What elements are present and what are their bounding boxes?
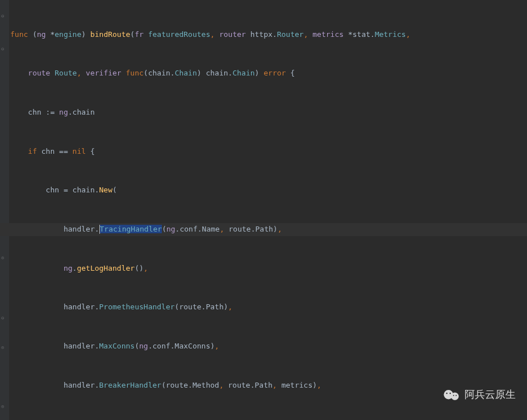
token: BreakerHandler: [99, 381, 162, 389]
token: Metrics: [375, 30, 406, 39]
token: (route.Method: [161, 381, 219, 389]
token: handler.: [10, 225, 99, 233]
svg-point-2: [446, 393, 447, 394]
token: ng: [166, 225, 175, 233]
token: chn ==: [37, 147, 73, 156]
token: handler.: [10, 381, 99, 389]
token: ng: [59, 108, 68, 116]
code-line[interactable]: if chn == nil {: [0, 145, 527, 158]
token: func: [10, 30, 28, 39]
watermark: 阿兵云原生: [443, 386, 516, 404]
token: func: [126, 69, 144, 77]
token: MaxConns: [99, 342, 135, 350]
token: ,: [278, 225, 282, 233]
token: bindRoute: [90, 30, 130, 39]
token: (: [162, 225, 166, 233]
token: [10, 147, 28, 156]
token: ng: [139, 342, 148, 350]
token: [10, 264, 64, 272]
token: (route.Path): [175, 303, 228, 311]
token: ng: [64, 264, 73, 272]
code-line[interactable]: func (ng *engine) bindRoute(fr featuredR…: [0, 28, 527, 41]
token: {: [286, 69, 295, 77]
token: route.Path): [229, 225, 278, 233]
token: if: [28, 147, 37, 156]
token: ,: [406, 30, 411, 39]
token: featuredRoutes: [148, 30, 211, 39]
token: [144, 30, 148, 39]
code-line[interactable]: handler.PrometheusHandler(route.Path),: [0, 301, 527, 314]
token: (): [135, 264, 144, 272]
token: ,: [273, 381, 282, 389]
token: ): [81, 30, 90, 39]
token: (chain.: [144, 69, 175, 77]
token: ) chain.: [197, 69, 233, 77]
code-line[interactable]: ng.getLogHandler(),: [0, 262, 527, 275]
svg-point-3: [450, 393, 451, 394]
token: ,: [77, 69, 86, 77]
token: (: [28, 30, 37, 39]
token: ): [255, 69, 264, 77]
code-line-current[interactable]: handler.TracingHandler(ng.conf.Name, rou…: [0, 223, 527, 236]
token: handler.: [10, 303, 99, 311]
token: metrics): [281, 381, 317, 389]
token: nil: [73, 147, 86, 156]
wechat-icon: [443, 389, 460, 401]
token: .conf.MaxConns): [148, 342, 215, 350]
code-line[interactable]: chn = chain.New(: [0, 184, 527, 197]
token: .chain: [68, 108, 95, 116]
token: engine: [55, 30, 81, 39]
token: httpx.: [246, 30, 277, 39]
token: route.Path: [228, 381, 273, 389]
code-line[interactable]: handler.MaxConns(ng.conf.MaxConns),: [0, 340, 527, 353]
svg-point-4: [453, 395, 454, 396]
token: ,: [228, 303, 233, 311]
token: chn :=: [10, 108, 59, 116]
token: New: [99, 186, 112, 194]
token: router: [219, 30, 246, 39]
token: chn = chain.: [10, 186, 99, 194]
token: .conf.Name: [175, 225, 220, 233]
token: [122, 69, 126, 77]
token: ,: [210, 30, 219, 39]
token: [10, 69, 28, 77]
code-line[interactable]: handler.SheddingHandler(ng.getShedder(fr…: [0, 418, 527, 420]
token: Chain: [175, 69, 197, 77]
svg-point-5: [455, 395, 457, 396]
token: route: [28, 69, 50, 77]
token: error: [264, 69, 286, 77]
watermark-text: 阿兵云原生: [465, 386, 516, 404]
token: ,: [317, 381, 321, 389]
token: Router: [277, 30, 304, 39]
token: (: [135, 342, 139, 350]
code-line[interactable]: route Route, verifier func(chain.Chain) …: [0, 67, 527, 80]
token: getLogHandler: [77, 264, 135, 272]
token: ,: [220, 225, 229, 233]
token: PrometheusHandler: [99, 303, 175, 311]
token: handler.: [10, 342, 99, 350]
selection: TracingHandler: [100, 225, 162, 233]
token: {: [86, 147, 95, 156]
code-line[interactable]: chn := ng.chain: [0, 106, 527, 119]
token: fr: [135, 30, 144, 39]
token: TracingHandler: [100, 225, 162, 233]
token: *: [46, 30, 55, 39]
svg-point-1: [451, 393, 459, 401]
token: (: [130, 30, 135, 39]
token: ,: [304, 30, 313, 39]
token: verifier: [86, 69, 122, 77]
token: (: [112, 186, 117, 194]
token: ng: [37, 30, 46, 39]
token: ,: [144, 264, 148, 272]
token: Chain: [232, 69, 254, 77]
code-editor[interactable]: func (ng *engine) bindRoute(fr featuredR…: [0, 0, 527, 420]
token: ,: [219, 381, 228, 389]
token: Route: [55, 69, 77, 77]
token: ,: [215, 342, 219, 350]
token: *stat.: [344, 30, 375, 39]
token: metrics: [312, 30, 344, 39]
